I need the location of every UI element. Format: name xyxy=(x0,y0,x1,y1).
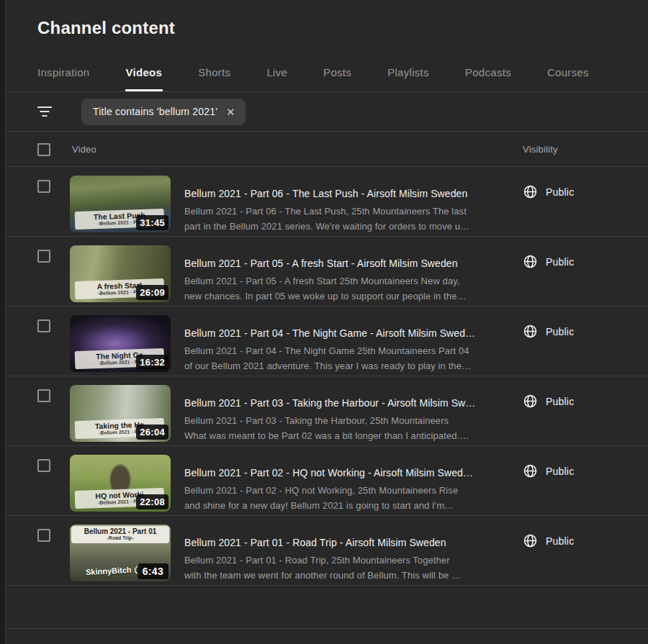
duration-badge: 31:45 xyxy=(136,215,168,230)
filter-icon[interactable] xyxy=(37,106,52,117)
duration-badge: 26:09 xyxy=(136,285,168,300)
filter-bar: Title contains 'bellum 2021' ✕ xyxy=(6,92,648,132)
globe-icon xyxy=(523,254,538,269)
duration-badge: 6:43 xyxy=(138,563,168,579)
video-thumbnail[interactable]: The Night Ga -Bellum 2021 - Pa 16:32 xyxy=(70,315,171,372)
video-description: Bellum 2021 - Part 03 - Taking the Harbo… xyxy=(184,413,523,443)
video-description: Bellum 2021 - Part 06 - The Last Push, 2… xyxy=(184,204,523,234)
video-row: HQ not Worki -Bellum 2021 - Par 22:08 Be… xyxy=(6,446,648,516)
row-checkbox[interactable] xyxy=(37,319,50,332)
row-checkbox[interactable] xyxy=(37,529,50,542)
video-thumbnail[interactable]: Bellum 2021 - Part 01 -Road Trip- Skinny… xyxy=(70,525,171,581)
video-meta: Bellum 2021 - Part 02 - HQ not Working -… xyxy=(184,455,523,513)
duration-badge: 22:08 xyxy=(136,494,168,509)
tab-videos[interactable]: Videos xyxy=(126,66,163,91)
thumbnail-watermark: SkinnyBitch xyxy=(86,564,143,577)
video-thumbnail[interactable]: A fresh Start -Bellum 2021 - Par 26:09 xyxy=(70,245,171,302)
globe-icon xyxy=(523,463,538,479)
visibility-cell[interactable]: Public xyxy=(523,394,574,409)
visibility-column-header: Visibility xyxy=(523,144,558,155)
visibility-cell[interactable]: Public xyxy=(523,184,574,199)
row-checkbox[interactable] xyxy=(37,389,50,402)
visibility-cell[interactable]: Public xyxy=(523,533,574,548)
video-description: Bellum 2021 - Part 04 - The Night Game 2… xyxy=(184,343,523,373)
video-thumbnail[interactable]: Taking the Ha -Bellum 2021 - Pa 26:04 xyxy=(70,385,171,442)
page-header: Channel content xyxy=(6,0,648,38)
video-meta: Bellum 2021 - Part 04 - The Night Game -… xyxy=(184,315,523,373)
bottom-strip xyxy=(6,629,648,641)
tab-podcasts[interactable]: Podcasts xyxy=(465,66,511,91)
visibility-label: Public xyxy=(546,396,574,407)
tab-live[interactable]: Live xyxy=(266,66,287,91)
visibility-cell[interactable]: Public xyxy=(523,463,574,479)
filter-chip-label: Title contains 'bellum 2021' xyxy=(93,106,217,117)
content-tabs: Inspiration Videos Shorts Live Posts Pla… xyxy=(6,66,648,92)
left-rail xyxy=(0,0,6,644)
visibility-label: Public xyxy=(546,466,574,477)
tab-inspiration[interactable]: Inspiration xyxy=(37,66,90,91)
visibility-label: Public xyxy=(546,326,574,337)
globe-icon xyxy=(523,533,538,548)
tab-courses[interactable]: Courses xyxy=(547,66,589,91)
tab-playlists[interactable]: Playlists xyxy=(387,66,429,91)
page-title: Channel content xyxy=(37,18,648,38)
video-row: The Last Push -Bellum 2021 - Par 31:45 B… xyxy=(6,167,648,237)
video-row: Bellum 2021 - Part 01 -Road Trip- Skinny… xyxy=(6,516,648,586)
duration-badge: 16:32 xyxy=(136,355,168,370)
row-checkbox[interactable] xyxy=(37,250,50,263)
video-thumbnail[interactable]: HQ not Worki -Bellum 2021 - Par 22:08 xyxy=(70,455,171,512)
visibility-label: Public xyxy=(546,535,574,547)
table-header: Video Visibility xyxy=(6,132,648,167)
select-all-checkbox[interactable] xyxy=(37,143,50,156)
tab-shorts[interactable]: Shorts xyxy=(198,66,230,91)
video-meta: Bellum 2021 - Part 01 - Road Trip - Airs… xyxy=(184,525,523,583)
video-title[interactable]: Bellum 2021 - Part 05 - A fresh Start - … xyxy=(184,256,523,271)
visibility-cell[interactable]: Public xyxy=(523,254,574,269)
video-title[interactable]: Bellum 2021 - Part 06 - The Last Push - … xyxy=(184,186,523,201)
video-thumbnail[interactable]: The Last Push -Bellum 2021 - Par 31:45 xyxy=(70,176,171,232)
video-meta: Bellum 2021 - Part 06 - The Last Push - … xyxy=(184,176,523,234)
video-meta: Bellum 2021 - Part 05 - A fresh Start - … xyxy=(184,245,523,304)
row-checkbox[interactable] xyxy=(37,180,50,193)
row-checkbox[interactable] xyxy=(37,459,50,472)
video-row: The Night Ga -Bellum 2021 - Pa 16:32 Bel… xyxy=(6,307,648,376)
video-meta: Bellum 2021 - Part 03 - Taking the Harbo… xyxy=(184,385,523,443)
video-title[interactable]: Bellum 2021 - Part 04 - The Night Game -… xyxy=(184,326,523,340)
video-description: Bellum 2021 - Part 02 - HQ not Working, … xyxy=(184,483,523,513)
visibility-label: Public xyxy=(546,256,574,268)
globe-icon xyxy=(523,324,538,339)
video-description: Bellum 2021 - Part 01 - Road Trip, 25th … xyxy=(184,553,523,583)
video-row: A fresh Start -Bellum 2021 - Par 26:09 B… xyxy=(6,237,648,307)
globe-icon xyxy=(523,184,538,199)
channel-content-page: Channel content Inspiration Videos Short… xyxy=(0,0,648,644)
thumbnail-banner: Bellum 2021 - Part 01 -Road Trip- xyxy=(71,526,169,543)
video-row: Taking the Ha -Bellum 2021 - Pa 26:04 Be… xyxy=(6,376,648,446)
visibility-cell[interactable]: Public xyxy=(523,324,574,339)
visibility-label: Public xyxy=(546,186,574,198)
table-footer-spacer xyxy=(6,586,648,629)
video-description: Bellum 2021 - Part 05 - A fresh Start 25… xyxy=(184,273,523,304)
close-icon[interactable]: ✕ xyxy=(226,106,235,117)
globe-icon xyxy=(523,394,538,409)
video-title[interactable]: Bellum 2021 - Part 03 - Taking the Harbo… xyxy=(184,396,523,410)
video-title[interactable]: Bellum 2021 - Part 02 - HQ not Working -… xyxy=(184,466,523,480)
video-title[interactable]: Bellum 2021 - Part 01 - Road Trip - Airs… xyxy=(184,535,523,550)
video-column-header: Video xyxy=(50,144,523,155)
tab-posts[interactable]: Posts xyxy=(323,66,351,91)
filter-chip[interactable]: Title contains 'bellum 2021' ✕ xyxy=(81,99,246,125)
duration-badge: 26:04 xyxy=(136,425,168,440)
